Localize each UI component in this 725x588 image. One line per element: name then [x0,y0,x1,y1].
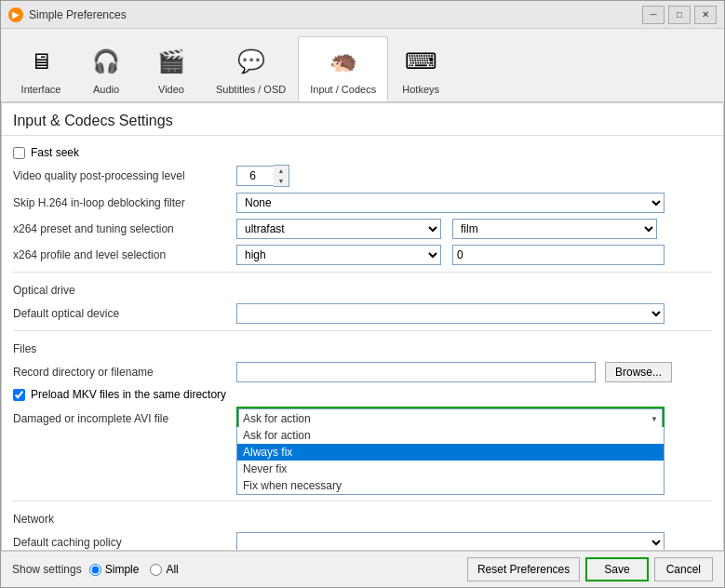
fast-seek-checkbox[interactable] [13,147,25,159]
browse-button[interactable]: Browse... [605,362,672,382]
nav-label-input: Input / Codecs [310,84,376,95]
video-quality-label: Video quality post-processing level [13,169,236,182]
record-dir-row: Record directory or filename Browse... [13,359,712,385]
damaged-avi-label: Damaged or incomplete AVI file [13,412,236,425]
skip-h264-select[interactable]: None All Non-ref Bidir [236,193,665,213]
caching-row: Default caching policy [13,529,712,550]
nav-label-subtitles: Subtitles / OSD [216,84,286,95]
optical-device-control [236,303,712,324]
all-settings-option[interactable]: All [150,563,178,576]
window-controls: ─ □ ✕ [642,6,717,24]
hotkeys-icon: ⌨ [402,43,439,80]
x264-profile-select[interactable]: baseline main high high10 [236,245,441,265]
preload-mkv-label: Preload MKV files in the same directory [31,388,226,401]
nav-bar: 🖥 Interface 🎧 Audio 🎬 Video 💬 Subtitles … [1,29,724,102]
x264-preset-control: ultrafast superfast veryfast faster fast… [236,219,712,239]
x264-preset-row: x264 preset and tuning selection ultrafa… [13,216,712,242]
x264-preset-select2[interactable]: film animation grain stillimage [452,219,657,239]
skip-h264-control: None All Non-ref Bidir [236,193,712,213]
app-icon: ▶ [8,7,23,22]
simple-label: Simple [105,563,140,576]
video-quality-row: Video quality post-processing level ▲ ▼ [13,162,712,190]
record-dir-input[interactable] [236,362,596,382]
all-radio[interactable] [150,564,162,576]
caching-select[interactable] [236,532,665,550]
close-button[interactable]: ✕ [694,6,717,24]
simple-radio[interactable] [89,564,101,576]
network-section-label: Network [13,505,712,529]
record-dir-label: Record directory or filename [13,366,236,379]
damaged-avi-control: Ask for action ▼ Ask for action Always f… [236,407,712,431]
minimize-button[interactable]: ─ [642,6,665,24]
nav-label-video: Video [158,84,184,95]
skip-h264-label: Skip H.264 in-loop deblocking filter [13,196,236,209]
avi-option-always[interactable]: Always fix [237,444,664,461]
damaged-avi-dropdown[interactable]: Ask for action ▼ Ask for action Always f… [236,407,665,431]
window-title: Simple Preferences [29,8,642,21]
audio-icon: 🎧 [87,43,125,80]
input-icon: 🦔 [325,43,362,80]
cancel-button[interactable]: Cancel [654,557,713,581]
dropdown-arrow-icon: ▼ [651,415,658,423]
caching-control [236,532,712,550]
x264-profile-control: baseline main high high10 [236,245,712,265]
x264-level-input[interactable] [452,245,665,265]
nav-item-subtitles[interactable]: 💬 Subtitles / OSD [204,36,298,101]
fast-seek-label: Fast seek [31,146,79,159]
show-settings-radio-group: Simple All [89,563,179,576]
avi-option-never[interactable]: Never fix [237,461,664,477]
save-button[interactable]: Save [585,557,648,581]
damaged-avi-list: Ask for action Always fix Never fix Fix … [236,427,665,495]
nav-label-audio: Audio [93,84,119,95]
bottom-bar: Show settings Simple All Reset Preferenc… [1,551,724,587]
optical-section-label: Optical drive [13,276,712,301]
page-title: Input & Codecs Settings [2,103,723,136]
show-settings-label: Show settings [12,563,82,576]
damaged-avi-row: Damaged or incomplete AVI file Ask for a… [13,404,712,434]
fast-seek-row: Fast seek [13,143,712,162]
avi-option-when-necessary[interactable]: Fix when necessary [237,477,664,494]
spinbox-up[interactable]: ▲ [274,166,289,176]
damaged-avi-selected[interactable]: Ask for action ▼ [238,408,663,429]
preload-mkv-checkbox[interactable] [13,389,25,401]
subtitles-icon: 💬 [233,43,270,80]
nav-item-video[interactable]: 🎬 Video [139,36,204,101]
optical-device-select[interactable] [236,303,665,324]
x264-preset-select1[interactable]: ultrafast superfast veryfast faster fast… [236,219,441,239]
settings-area: Fast seek Video quality post-processing … [2,136,723,550]
video-icon: 🎬 [153,43,190,80]
all-label: All [166,563,178,576]
avi-option-ask[interactable]: Ask for action [237,427,664,444]
nav-item-hotkeys[interactable]: ⌨ Hotkeys [388,36,453,101]
damaged-avi-selected-text: Ask for action [243,412,651,425]
simple-settings-option[interactable]: Simple [89,563,140,576]
nav-label-interface: Interface [21,84,61,95]
files-section-label: Files [13,335,712,359]
separator2 [13,330,712,331]
nav-item-interface[interactable]: 🖥 Interface [8,36,74,101]
bottom-buttons: Reset Preferences Save Cancel [467,557,713,581]
nav-item-input[interactable]: 🦔 Input / Codecs [298,36,388,101]
interface-icon: 🖥 [22,43,60,80]
separator1 [13,272,712,273]
main-window: ▶ Simple Preferences ─ □ ✕ 🖥 Interface 🎧… [0,0,725,588]
video-quality-spinbox: ▲ ▼ [236,165,289,187]
caching-label: Default caching policy [13,536,236,549]
nav-item-audio[interactable]: 🎧 Audio [74,36,139,101]
spinbox-buttons: ▲ ▼ [274,165,289,187]
optical-device-row: Default optical device [13,301,712,327]
spinbox-down[interactable]: ▼ [274,176,289,186]
optical-device-label: Default optical device [13,307,236,320]
content-area: Input & Codecs Settings Fast seek Video … [1,102,724,551]
title-bar: ▶ Simple Preferences ─ □ ✕ [1,1,724,29]
record-dir-control: Browse... [236,362,712,382]
video-quality-input[interactable] [236,166,274,186]
x264-profile-row: x264 profile and level selection baselin… [13,242,712,268]
damaged-avi-open-wrapper: Ask for action ▼ Ask for action Always f… [236,407,665,431]
reset-preferences-button[interactable]: Reset Preferences [467,557,580,581]
maximize-button[interactable]: □ [668,6,691,24]
x264-preset-label: x264 preset and tuning selection [13,222,236,235]
x264-profile-label: x264 profile and level selection [13,248,236,261]
separator3 [13,501,712,501]
preload-mkv-row: Preload MKV files in the same directory [13,385,712,404]
